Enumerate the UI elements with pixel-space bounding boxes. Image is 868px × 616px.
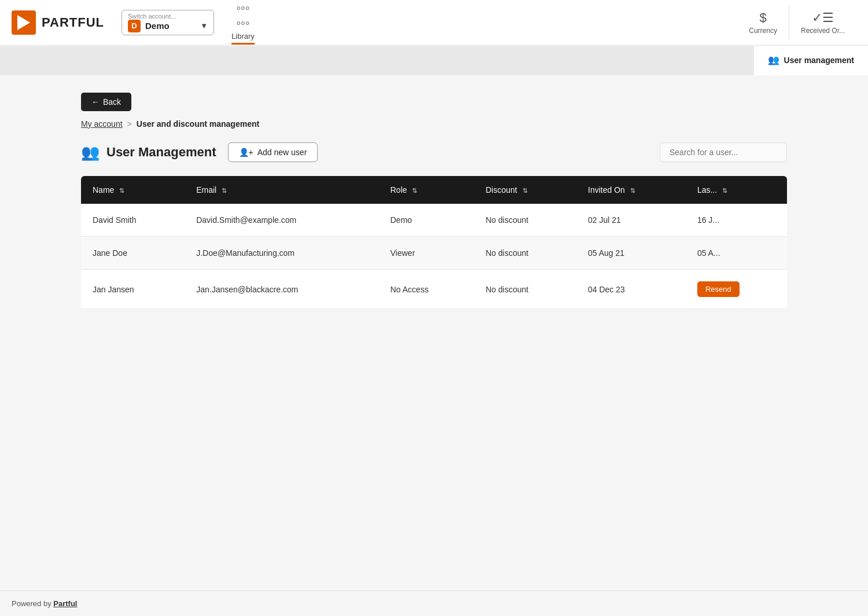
cell-last: 16 J... — [686, 204, 787, 237]
app-logo-text: PARTFUL — [42, 15, 104, 30]
cell-name: David Smith — [81, 204, 185, 237]
received-orders-nav-item[interactable]: ✓☰ Received Or... — [789, 6, 856, 39]
column-email-label: Email — [196, 185, 216, 195]
cell-role: Demo — [379, 204, 475, 237]
cell-discount: No discount — [474, 237, 576, 270]
cell-role: Viewer — [379, 237, 475, 270]
column-name-label: Name — [93, 185, 114, 195]
currency-icon: $ — [760, 10, 767, 25]
account-name: Demo — [145, 21, 196, 31]
received-orders-icon: ✓☰ — [812, 10, 834, 25]
cell-role: No Access — [379, 270, 475, 309]
column-header-last[interactable]: Las... ⇅ — [686, 176, 787, 204]
column-header-email[interactable]: Email ⇅ — [185, 176, 378, 204]
cell-discount: No discount — [474, 204, 576, 237]
account-row: D Demo ▼ — [128, 20, 208, 32]
add-new-user-button[interactable]: 👤+ Add new user — [228, 142, 318, 162]
column-invited-on-label: Invited On — [588, 185, 625, 195]
last-sort-icon: ⇅ — [722, 187, 727, 195]
currency-label: Currency — [749, 27, 777, 35]
cell-invited_on: 04 Dec 23 — [576, 270, 686, 309]
add-user-icon: 👤+ — [239, 148, 253, 157]
search-area — [660, 142, 787, 162]
account-badge: D — [128, 20, 141, 32]
back-button-label: Back — [103, 97, 121, 107]
column-header-role[interactable]: Role ⇅ — [379, 176, 475, 204]
logo-area: PARTFUL — [12, 10, 104, 35]
resend-button[interactable]: Resend — [697, 281, 740, 297]
column-header-discount[interactable]: Discount ⇅ — [474, 176, 576, 204]
cell-discount: No discount — [474, 270, 576, 309]
library-icon: ◦◦◦◦◦◦ — [236, 1, 249, 31]
column-header-name[interactable]: Name ⇅ — [81, 176, 185, 204]
table-body: David SmithDavid.Smith@example.comDemoNo… — [81, 204, 787, 309]
table-row: David SmithDavid.Smith@example.comDemoNo… — [81, 204, 787, 237]
table-row: Jane DoeJ.Doe@Manufacturing.comViewerNo … — [81, 237, 787, 270]
main-content: ← Back My account > User and discount ma… — [0, 75, 868, 332]
discount-sort-icon: ⇅ — [523, 187, 528, 195]
user-management-tab[interactable]: 👥 User management — [754, 46, 868, 75]
user-management-page-icon: 👥 — [81, 144, 100, 162]
cell-invited_on: 05 Aug 21 — [576, 237, 686, 270]
cell-email: Jan.Jansen@blackacre.com — [185, 270, 378, 309]
cell-name: Jane Doe — [81, 237, 185, 270]
cell-email: David.Smith@example.com — [185, 204, 378, 237]
cell-email: J.Doe@Manufacturing.com — [185, 237, 378, 270]
table-header: Name ⇅ Email ⇅ Role ⇅ Discount ⇅ Invited… — [81, 176, 787, 204]
add-new-user-label: Add new user — [258, 148, 307, 157]
partful-logo-icon — [12, 10, 36, 35]
breadcrumb-separator: > — [127, 119, 132, 129]
page-title: User Management — [106, 145, 216, 160]
column-role-label: Role — [391, 185, 407, 195]
top-navigation: PARTFUL Switch account... D Demo ▼ ◦◦◦◦◦… — [0, 0, 868, 46]
account-switcher[interactable]: Switch account... D Demo ▼ — [122, 10, 214, 35]
page-header: 👥 User Management 👤+ Add new user — [81, 142, 787, 162]
secondary-navigation: 👥 User management — [0, 46, 868, 75]
back-button[interactable]: ← Back — [81, 93, 131, 111]
back-arrow-icon: ← — [91, 97, 100, 107]
cell-last: 05 A... — [686, 237, 787, 270]
breadcrumb-my-account[interactable]: My account — [81, 119, 123, 129]
footer: Powered by Partful — [0, 591, 868, 616]
role-sort-icon: ⇅ — [412, 187, 417, 195]
library-tab[interactable]: ◦◦◦◦◦◦ Library — [231, 1, 255, 45]
breadcrumb: My account > User and discount managemen… — [81, 119, 787, 129]
invited-on-sort-icon: ⇅ — [630, 187, 635, 195]
currency-nav-item[interactable]: $ Currency — [737, 6, 789, 39]
table-row: Jan JansenJan.Jansen@blackacre.comNo Acc… — [81, 270, 787, 309]
cell-invited_on: 02 Jul 21 — [576, 204, 686, 237]
cell-name: Jan Jansen — [81, 270, 185, 309]
library-label: Library — [231, 32, 255, 41]
user-management-icon: 👥 — [768, 54, 779, 65]
received-orders-label: Received Or... — [801, 27, 845, 35]
cell-last: Resend — [686, 270, 787, 309]
nav-right-actions: $ Currency ✓☰ Received Or... — [737, 6, 856, 39]
breadcrumb-current-page: User and discount management — [137, 119, 259, 129]
column-discount-label: Discount — [486, 185, 517, 195]
switch-account-label: Switch account... — [128, 13, 208, 20]
footer-text: Powered by — [12, 599, 53, 608]
user-table: Name ⇅ Email ⇅ Role ⇅ Discount ⇅ Invited… — [81, 176, 787, 309]
email-sort-icon: ⇅ — [222, 187, 227, 195]
footer-partful-link[interactable]: Partful — [53, 599, 77, 608]
name-sort-icon: ⇅ — [119, 187, 124, 195]
search-input[interactable] — [660, 142, 787, 162]
user-management-tab-label: User management — [784, 56, 854, 65]
column-last-label: Las... — [697, 185, 717, 195]
chevron-down-icon: ▼ — [200, 21, 208, 30]
column-header-invited-on[interactable]: Invited On ⇅ — [576, 176, 686, 204]
page-title-area: 👥 User Management — [81, 144, 216, 162]
